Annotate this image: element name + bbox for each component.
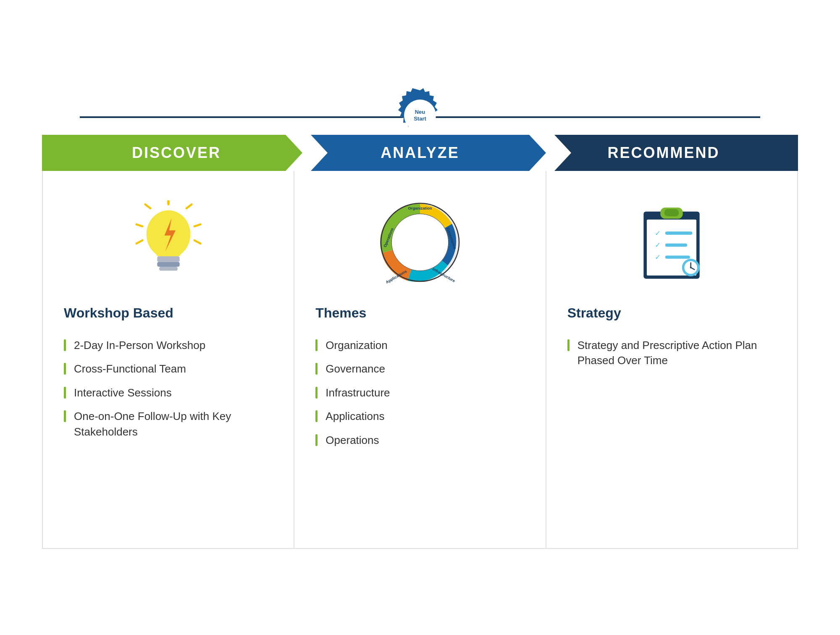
list-item: One-on-One Follow-Up with Key Stakeholde…	[64, 404, 273, 443]
clipboard-icon: ✓ ✓ ✓	[634, 200, 709, 284]
svg-text:✓: ✓	[655, 241, 661, 249]
analyze-label: ANALYZE	[381, 144, 459, 162]
banner-recommend: RECOMMEND	[538, 135, 798, 171]
list-item: Infrastructure	[315, 381, 524, 404]
list-item: Interactive Sessions	[64, 381, 273, 404]
svg-rect-35	[665, 231, 693, 235]
list-item: Organization	[315, 333, 524, 357]
list-item: Operations	[315, 428, 524, 452]
discover-column: Workshop Based 2-Day In-Person Workshop …	[43, 171, 294, 548]
banner-discover: DISCOVER	[42, 135, 302, 171]
svg-rect-17	[157, 262, 179, 267]
analyze-heading: Themes	[315, 305, 524, 321]
discover-label: DISCOVER	[132, 144, 221, 162]
lightbulb-icon	[131, 200, 206, 284]
svg-rect-18	[159, 267, 178, 271]
svg-line-7	[186, 205, 192, 209]
svg-rect-16	[157, 256, 179, 262]
list-item: Cross-Functional Team	[64, 357, 273, 380]
gear-icon: Neu Start	[391, 86, 449, 145]
discover-list: 2-Day In-Person Workshop Cross-Functiona…	[64, 333, 273, 443]
analyze-list: Organization Governance Infrastructure A…	[315, 333, 524, 452]
recommend-label: RECOMMEND	[608, 144, 720, 162]
svg-line-9	[145, 205, 150, 209]
svg-point-44	[690, 267, 692, 268]
gear-container: Neu Start	[391, 86, 449, 147]
recommend-list: Strategy and Prescriptive Action Plan Ph…	[567, 333, 776, 373]
svg-text:✓: ✓	[655, 253, 661, 261]
svg-rect-39	[665, 255, 690, 259]
header-section: Neu Start	[42, 86, 798, 118]
svg-text:Neu: Neu	[415, 109, 425, 115]
page-wrapper: Neu Start DISCOVER ANALYZE RECOMMEND	[42, 86, 798, 549]
content-section: Workshop Based 2-Day In-Person Workshop …	[42, 171, 798, 549]
svg-line-12	[194, 240, 200, 244]
svg-text:Organization: Organization	[408, 206, 432, 210]
discover-icon-area	[64, 196, 273, 289]
svg-text:Start: Start	[414, 115, 426, 122]
list-item: 2-Day In-Person Workshop	[64, 333, 273, 357]
svg-text:✓: ✓	[655, 229, 661, 237]
svg-line-11	[136, 240, 142, 244]
recommend-column: ✓ ✓ ✓ Strategy	[546, 171, 797, 548]
analyze-icon-area: Organization Governance Infrastructure A…	[315, 196, 524, 289]
analyze-column: Organization Governance Infrastructure A…	[294, 171, 546, 548]
svg-rect-33	[664, 209, 679, 216]
list-item: Applications	[315, 404, 524, 428]
list-item: Governance	[315, 357, 524, 380]
wheel-chart-icon: Organization Governance Infrastructure A…	[374, 196, 466, 289]
svg-rect-14	[156, 250, 180, 256]
recommend-heading: Strategy	[567, 305, 776, 321]
recommend-icon-area: ✓ ✓ ✓	[567, 196, 776, 289]
discover-heading: Workshop Based	[64, 305, 273, 321]
svg-line-8	[194, 224, 200, 226]
list-item: Strategy and Prescriptive Action Plan Ph…	[567, 333, 776, 373]
svg-rect-37	[665, 244, 687, 247]
svg-line-10	[136, 224, 142, 226]
